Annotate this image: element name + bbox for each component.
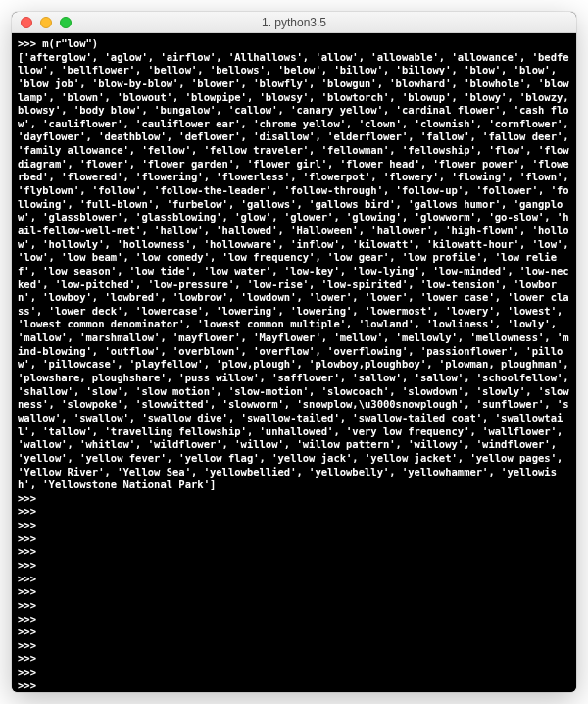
minimize-icon[interactable] [40,17,52,28]
terminal-output: >>> m(r"low") ['afterglow', 'aglow', 'ai… [18,37,570,692]
traffic-lights [12,17,72,28]
zoom-icon[interactable] [60,17,72,28]
terminal-window: 1. python3.5 >>> m(r"low") ['afterglow',… [12,12,576,692]
terminal-body[interactable]: >>> m(r"low") ['afterglow', 'aglow', 'ai… [12,33,576,692]
titlebar: 1. python3.5 [12,12,576,33]
window-title: 1. python3.5 [12,16,576,29]
close-icon[interactable] [21,17,32,28]
